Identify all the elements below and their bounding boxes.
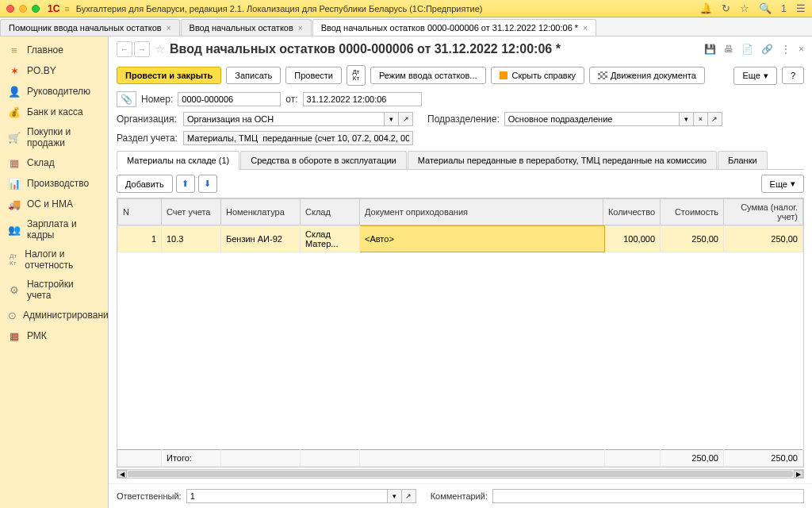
dropdown-icon[interactable]: ▾	[388, 489, 402, 503]
cell-warehouse[interactable]: Склад Матер...	[301, 226, 360, 252]
move-up-button[interactable]: ⬆	[176, 175, 195, 193]
totals-sum: 250,00	[724, 450, 803, 467]
post-button[interactable]: Провести	[285, 67, 342, 84]
nav-manager[interactable]: 👤Руководителю	[0, 81, 108, 102]
col-qty[interactable]: Количество	[603, 199, 660, 225]
entry-mode-button[interactable]: Режим ввода остатков...	[370, 67, 486, 84]
window-title: Бухгалтерия для Беларуси, редакция 2.1. …	[76, 4, 699, 13]
cell-n[interactable]: 1	[118, 226, 162, 252]
hide-reference-button[interactable]: Скрыть справку	[491, 67, 585, 84]
close-doc-icon[interactable]: ×	[799, 44, 804, 55]
nav-warehouse[interactable]: ▦Склад	[0, 152, 108, 173]
nav-back-button[interactable]: ←	[117, 41, 132, 57]
settings-icon[interactable]: ☰	[796, 2, 806, 14]
totals-row: Итого: 250,00 250,00	[118, 450, 803, 467]
nav-settings[interactable]: ⚙Настройки учета	[0, 275, 108, 305]
col-sum[interactable]: Сумма (налог. учет)	[724, 199, 803, 225]
cell-receipt[interactable]: <Авто>	[360, 226, 605, 252]
section-label: Раздел учета:	[117, 133, 178, 144]
scroll-right-icon[interactable]: ▶	[794, 470, 803, 478]
open-icon[interactable]: ↗	[402, 489, 416, 503]
post-and-close-button[interactable]: Провести и закрыть	[117, 67, 221, 84]
nav-production[interactable]: 📊Производство	[0, 173, 108, 194]
star-icon[interactable]: ☆	[740, 2, 749, 14]
open-icon[interactable]: ↗	[399, 112, 413, 126]
cell-account[interactable]: 10.3	[162, 226, 221, 252]
clear-icon[interactable]: ×	[694, 112, 708, 126]
subtabs: Материалы на складе (1) Средства в оборо…	[117, 151, 804, 170]
col-price[interactable]: Стоимость	[661, 199, 724, 225]
horizontal-scrollbar[interactable]: ◀ ▶	[117, 469, 804, 479]
link-icon[interactable]: 🔗	[761, 44, 773, 55]
nav-admin[interactable]: ⊙Администрирование	[0, 305, 108, 325]
cell-sum[interactable]: 250,00	[724, 226, 803, 252]
nav-main[interactable]: ≡Главное	[0, 40, 108, 60]
open-icon[interactable]: ↗	[708, 112, 722, 126]
maximize-window-button[interactable]	[32, 5, 40, 13]
nav-forward-button[interactable]: →	[134, 41, 150, 57]
tab-label: Ввод начальных остатков 0000-000006 от 3…	[321, 23, 578, 33]
org-input[interactable]	[183, 112, 385, 126]
help-button[interactable]: ?	[782, 67, 804, 84]
dept-input[interactable]	[504, 112, 680, 126]
col-n[interactable]: N	[118, 199, 162, 225]
history-icon[interactable]: ↻	[722, 2, 730, 14]
scroll-thumb[interactable]	[128, 471, 793, 477]
document-tabs: Помощник ввода начальных остатков × Ввод…	[0, 17, 812, 37]
nav-assets[interactable]: 🚚ОС и НМА	[0, 194, 108, 214]
close-icon[interactable]: ×	[298, 24, 303, 33]
col-account[interactable]: Счет учета	[162, 199, 221, 225]
subtab-processing[interactable]: Материалы переданные в переработку, ТМЦ …	[408, 151, 717, 169]
report-icon[interactable]: 📄	[741, 44, 753, 55]
paperclip-icon[interactable]: 📎	[117, 91, 136, 107]
titlebar: 1C ≡ Бухгалтерия для Беларуси, редакция …	[0, 0, 812, 17]
nav-salary[interactable]: 👥Зарплата и кадры	[0, 214, 108, 244]
date-label: от:	[285, 94, 297, 105]
movements-button[interactable]: Движения документа	[589, 67, 705, 84]
favorite-star-icon[interactable]: ☆	[155, 42, 165, 56]
date-input[interactable]	[303, 92, 422, 106]
search-icon[interactable]: 🔍	[759, 2, 772, 14]
menu-icon[interactable]: ≡	[64, 4, 69, 13]
tab-assistant[interactable]: Помощник ввода начальных остатков ×	[0, 19, 180, 36]
col-receipt[interactable]: Документ оприходования	[360, 199, 603, 225]
close-icon[interactable]: ×	[583, 24, 588, 33]
more-icon[interactable]: ⋮	[781, 44, 791, 55]
add-row-button[interactable]: Добавить	[117, 175, 173, 193]
section-input	[183, 131, 413, 145]
dropdown-icon[interactable]: ▾	[385, 112, 399, 126]
nav-taxes[interactable]: ДтКтНалоги и отчетность	[0, 244, 108, 275]
minimize-window-button[interactable]	[19, 5, 27, 13]
tab-document[interactable]: Ввод начальных остатков 0000-000006 от 3…	[312, 19, 596, 36]
nav-bank[interactable]: 💰Банк и касса	[0, 102, 108, 122]
user-count[interactable]: 1	[781, 2, 787, 14]
nav-rmk[interactable]: ▦РМК	[0, 325, 108, 346]
subtab-turnover[interactable]: Средства в обороте в эксплуатации	[240, 151, 407, 169]
nav-poby[interactable]: ✶PO.BY	[0, 60, 108, 81]
tab-entry-balances[interactable]: Ввод начальных остатков ×	[181, 19, 312, 36]
nav-purchases[interactable]: 🛒Покупки и продажи	[0, 122, 108, 152]
save-icon[interactable]: 💾	[704, 44, 716, 55]
subtab-blanks[interactable]: Бланки	[718, 151, 768, 169]
move-down-button[interactable]: ⬇	[198, 175, 217, 193]
close-window-button[interactable]	[6, 5, 14, 13]
cell-qty[interactable]: 100,000	[605, 226, 661, 252]
number-input[interactable]	[178, 92, 281, 106]
table-row[interactable]: 1 10.3 Бензин АИ-92 Склад Матер... <Авто…	[118, 226, 803, 252]
scroll-left-icon[interactable]: ◀	[117, 470, 127, 478]
table-more-button[interactable]: Еще ▾	[761, 175, 804, 193]
dt-kt-button[interactable]: ДтКт	[347, 65, 366, 86]
save-button[interactable]: Записать	[226, 67, 281, 84]
responsible-input[interactable]	[186, 489, 388, 503]
dropdown-icon[interactable]: ▾	[680, 112, 694, 126]
cell-price[interactable]: 250,00	[661, 226, 724, 252]
close-icon[interactable]: ×	[167, 24, 171, 33]
bell-icon[interactable]: 🔔	[699, 2, 712, 14]
col-nomen[interactable]: Номенклатура	[221, 199, 301, 225]
comment-input[interactable]	[492, 489, 804, 503]
cell-nomen[interactable]: Бензин АИ-92	[221, 226, 301, 252]
print-icon[interactable]: 🖶	[724, 44, 733, 55]
subtab-stock[interactable]: Материалы на складе (1)	[117, 151, 239, 170]
col-warehouse[interactable]: Склад	[301, 199, 360, 225]
more-button[interactable]: Еще ▾	[733, 67, 776, 85]
